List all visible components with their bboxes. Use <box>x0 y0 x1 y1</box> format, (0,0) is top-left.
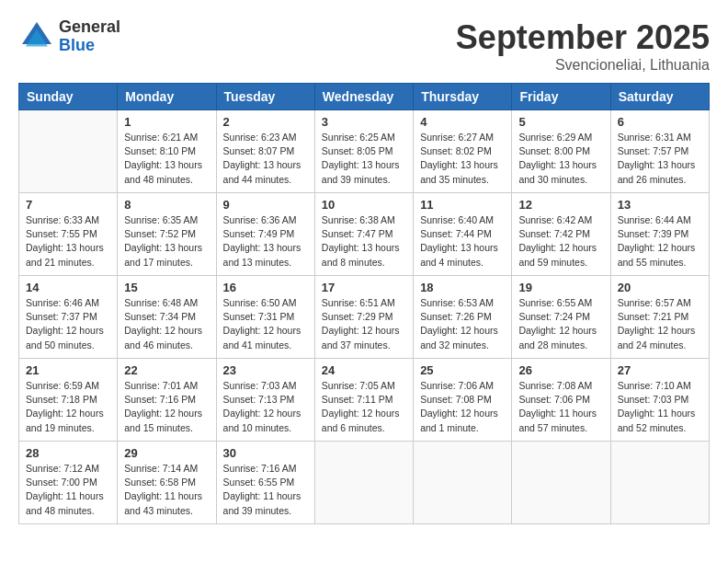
day-info: Sunrise: 6:31 AM Sunset: 7:57 PM Dayligh… <box>618 131 702 187</box>
calendar-week-2: 14Sunrise: 6:46 AM Sunset: 7:37 PM Dayli… <box>19 276 710 359</box>
header-monday: Monday <box>118 84 216 110</box>
header-wednesday: Wednesday <box>314 84 413 110</box>
day-info: Sunrise: 6:55 AM Sunset: 7:24 PM Dayligh… <box>518 296 603 352</box>
calendar-cell <box>610 442 709 524</box>
day-number: 7 <box>26 198 110 212</box>
day-number: 11 <box>420 198 505 212</box>
logo-blue: Blue <box>59 37 120 55</box>
day-number: 10 <box>322 198 406 212</box>
calendar-cell: 19Sunrise: 6:55 AM Sunset: 7:24 PM Dayli… <box>512 276 610 359</box>
calendar-cell: 8Sunrise: 6:35 AM Sunset: 7:52 PM Daylig… <box>118 193 216 276</box>
header-thursday: Thursday <box>414 84 512 110</box>
location-title: Svencioneliai, Lithuania <box>456 57 710 74</box>
day-info: Sunrise: 7:01 AM Sunset: 7:16 PM Dayligh… <box>124 379 209 435</box>
calendar-cell: 24Sunrise: 7:05 AM Sunset: 7:11 PM Dayli… <box>314 359 413 442</box>
calendar-cell: 1Sunrise: 6:21 AM Sunset: 8:10 PM Daylig… <box>118 110 216 193</box>
calendar-table: SundayMondayTuesdayWednesdayThursdayFrid… <box>18 83 710 524</box>
day-info: Sunrise: 6:40 AM Sunset: 7:44 PM Dayligh… <box>420 213 505 270</box>
calendar-cell: 23Sunrise: 7:03 AM Sunset: 7:13 PM Dayli… <box>216 359 314 442</box>
header-sunday: Sunday <box>19 84 118 110</box>
calendar-cell: 15Sunrise: 6:48 AM Sunset: 7:34 PM Dayli… <box>118 276 216 359</box>
calendar-cell: 16Sunrise: 6:50 AM Sunset: 7:31 PM Dayli… <box>216 276 314 359</box>
day-number: 16 <box>223 281 308 294</box>
day-number: 4 <box>420 115 505 129</box>
day-number: 25 <box>420 363 505 377</box>
day-info: Sunrise: 6:42 AM Sunset: 7:42 PM Dayligh… <box>518 213 603 270</box>
calendar-cell: 11Sunrise: 6:40 AM Sunset: 7:44 PM Dayli… <box>414 193 512 276</box>
day-info: Sunrise: 7:08 AM Sunset: 7:06 PM Dayligh… <box>518 379 603 435</box>
day-info: Sunrise: 6:48 AM Sunset: 7:34 PM Dayligh… <box>124 296 209 352</box>
day-number: 22 <box>124 363 209 377</box>
calendar-cell: 17Sunrise: 6:51 AM Sunset: 7:29 PM Dayli… <box>314 276 413 359</box>
calendar-cell: 26Sunrise: 7:08 AM Sunset: 7:06 PM Dayli… <box>512 359 610 442</box>
month-title: September 2025 <box>456 18 710 57</box>
day-info: Sunrise: 6:36 AM Sunset: 7:49 PM Dayligh… <box>223 213 308 270</box>
day-info: Sunrise: 6:23 AM Sunset: 8:07 PM Dayligh… <box>223 131 308 187</box>
calendar-cell: 7Sunrise: 6:33 AM Sunset: 7:55 PM Daylig… <box>19 193 118 276</box>
day-info: Sunrise: 6:25 AM Sunset: 8:05 PM Dayligh… <box>322 131 406 187</box>
title-area: September 2025 Svencioneliai, Lithuania <box>456 18 710 74</box>
calendar-cell: 5Sunrise: 6:29 AM Sunset: 8:00 PM Daylig… <box>512 110 610 193</box>
page-header: General Blue September 2025 Svencionelia… <box>18 18 710 74</box>
calendar-week-4: 28Sunrise: 7:12 AM Sunset: 7:00 PM Dayli… <box>19 442 710 524</box>
calendar-cell: 29Sunrise: 7:14 AM Sunset: 6:58 PM Dayli… <box>118 442 216 524</box>
day-number: 3 <box>322 115 406 129</box>
logo-icon <box>18 18 55 55</box>
day-number: 29 <box>124 446 209 460</box>
day-number: 26 <box>518 363 603 377</box>
day-number: 2 <box>223 115 308 129</box>
header-saturday: Saturday <box>610 84 709 110</box>
day-number: 9 <box>223 198 308 212</box>
header-tuesday: Tuesday <box>216 84 314 110</box>
calendar-cell <box>512 442 610 524</box>
day-number: 6 <box>618 115 702 129</box>
logo-text: General Blue <box>59 18 120 55</box>
calendar-cell: 21Sunrise: 6:59 AM Sunset: 7:18 PM Dayli… <box>19 359 118 442</box>
day-info: Sunrise: 6:21 AM Sunset: 8:10 PM Dayligh… <box>124 131 209 187</box>
day-number: 17 <box>322 281 406 294</box>
calendar-cell: 27Sunrise: 7:10 AM Sunset: 7:03 PM Dayli… <box>610 359 709 442</box>
calendar-cell <box>19 110 118 193</box>
day-info: Sunrise: 7:14 AM Sunset: 6:58 PM Dayligh… <box>124 462 209 518</box>
calendar-cell: 2Sunrise: 6:23 AM Sunset: 8:07 PM Daylig… <box>216 110 314 193</box>
day-info: Sunrise: 6:51 AM Sunset: 7:29 PM Dayligh… <box>322 296 406 352</box>
day-number: 19 <box>518 281 603 294</box>
day-info: Sunrise: 6:57 AM Sunset: 7:21 PM Dayligh… <box>618 296 702 352</box>
calendar-cell: 3Sunrise: 6:25 AM Sunset: 8:05 PM Daylig… <box>314 110 413 193</box>
calendar-cell: 4Sunrise: 6:27 AM Sunset: 8:02 PM Daylig… <box>414 110 512 193</box>
calendar-cell: 30Sunrise: 7:16 AM Sunset: 6:55 PM Dayli… <box>216 442 314 524</box>
day-number: 27 <box>618 363 702 377</box>
calendar-cell: 14Sunrise: 6:46 AM Sunset: 7:37 PM Dayli… <box>19 276 118 359</box>
day-info: Sunrise: 6:59 AM Sunset: 7:18 PM Dayligh… <box>26 379 110 435</box>
day-number: 5 <box>518 115 603 129</box>
calendar-cell: 25Sunrise: 7:06 AM Sunset: 7:08 PM Dayli… <box>414 359 512 442</box>
day-number: 1 <box>124 115 209 129</box>
day-number: 15 <box>124 281 209 294</box>
header-friday: Friday <box>512 84 610 110</box>
day-number: 30 <box>223 446 308 460</box>
day-number: 13 <box>618 198 702 212</box>
day-info: Sunrise: 6:33 AM Sunset: 7:55 PM Dayligh… <box>26 213 110 270</box>
day-number: 14 <box>26 281 110 294</box>
calendar-cell: 9Sunrise: 6:36 AM Sunset: 7:49 PM Daylig… <box>216 193 314 276</box>
day-info: Sunrise: 6:35 AM Sunset: 7:52 PM Dayligh… <box>124 213 209 270</box>
day-info: Sunrise: 7:03 AM Sunset: 7:13 PM Dayligh… <box>223 379 308 435</box>
day-number: 20 <box>618 281 702 294</box>
calendar-cell: 28Sunrise: 7:12 AM Sunset: 7:00 PM Dayli… <box>19 442 118 524</box>
day-info: Sunrise: 6:53 AM Sunset: 7:26 PM Dayligh… <box>420 296 505 352</box>
day-info: Sunrise: 6:38 AM Sunset: 7:47 PM Dayligh… <box>322 213 406 270</box>
calendar-week-1: 7Sunrise: 6:33 AM Sunset: 7:55 PM Daylig… <box>19 193 710 276</box>
day-info: Sunrise: 6:44 AM Sunset: 7:39 PM Dayligh… <box>618 213 702 270</box>
calendar-cell <box>414 442 512 524</box>
day-info: Sunrise: 7:06 AM Sunset: 7:08 PM Dayligh… <box>420 379 505 435</box>
day-info: Sunrise: 6:27 AM Sunset: 8:02 PM Dayligh… <box>420 131 505 187</box>
day-info: Sunrise: 7:10 AM Sunset: 7:03 PM Dayligh… <box>618 379 702 435</box>
calendar-cell <box>314 442 413 524</box>
calendar-cell: 20Sunrise: 6:57 AM Sunset: 7:21 PM Dayli… <box>610 276 709 359</box>
day-number: 21 <box>26 363 110 377</box>
day-info: Sunrise: 6:29 AM Sunset: 8:00 PM Dayligh… <box>518 131 603 187</box>
calendar-week-3: 21Sunrise: 6:59 AM Sunset: 7:18 PM Dayli… <box>19 359 710 442</box>
day-info: Sunrise: 6:50 AM Sunset: 7:31 PM Dayligh… <box>223 296 308 352</box>
day-info: Sunrise: 7:12 AM Sunset: 7:00 PM Dayligh… <box>26 462 110 518</box>
day-number: 28 <box>26 446 110 460</box>
